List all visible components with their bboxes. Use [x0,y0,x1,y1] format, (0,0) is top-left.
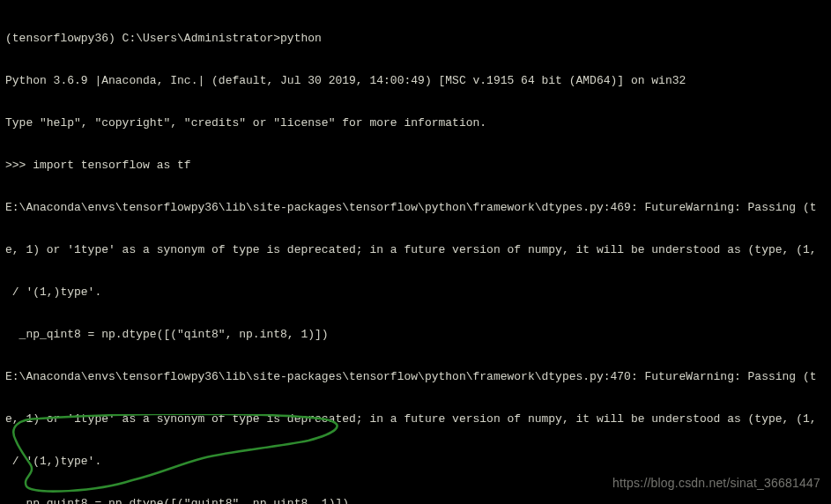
terminal-output[interactable]: (tensorflowpy36) C:\Users\Administrator>… [0,0,831,504]
terminal-line: (tensorflowpy36) C:\Users\Administrator>… [5,32,826,46]
terminal-line: _np_qint8 = np.dtype([("qint8", np.int8,… [5,328,826,342]
terminal-line: E:\Anaconda\envs\tensorflowpy36\lib\site… [5,370,826,384]
terminal-line: e, 1) or '1type' as a synonym of type is… [5,412,826,426]
terminal-line: E:\Anaconda\envs\tensorflowpy36\lib\site… [5,201,826,215]
watermark-text: https://blog.csdn.net/sinat_36681447 [612,476,820,490]
terminal-line: _np_quint8 = np.dtype([("quint8", np.uin… [5,497,826,504]
terminal-line: / '(1,)type'. [5,455,826,469]
terminal-line: e, 1) or '1type' as a synonym of type is… [5,243,826,257]
terminal-line: Python 3.6.9 |Anaconda, Inc.| (default, … [5,74,826,88]
terminal-line: >>> import tensorflow as tf [5,159,826,173]
terminal-line: / '(1,)type'. [5,285,826,300]
terminal-line: Type "help", "copyright", "credits" or "… [5,116,826,130]
